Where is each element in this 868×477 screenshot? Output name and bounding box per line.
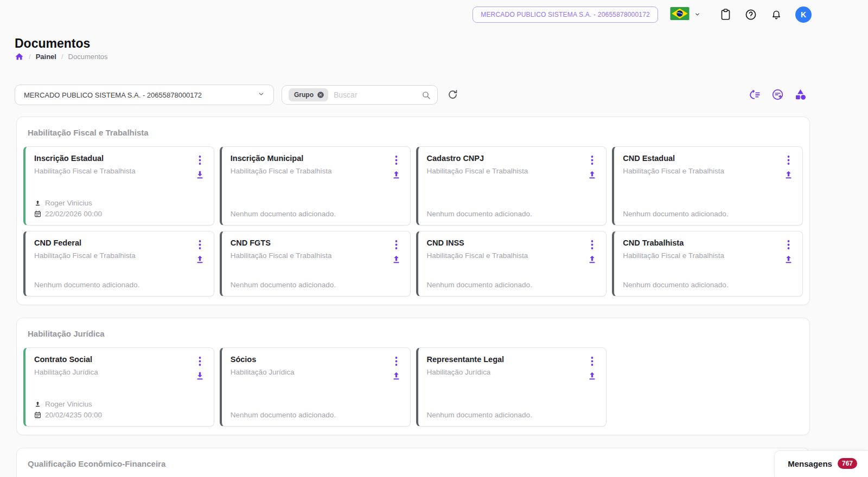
search-input[interactable] bbox=[333, 90, 422, 100]
kebab-menu-button[interactable] bbox=[196, 155, 204, 165]
breadcrumb-current: Documentos bbox=[68, 53, 108, 61]
active-company-label: MERCADO PUBLICO SISTEMA S.A. - 206558780… bbox=[481, 11, 650, 18]
empty-state-text: Nenhum documento adicionado. bbox=[623, 210, 794, 218]
language-selector[interactable] bbox=[670, 7, 700, 22]
breadcrumb: / Painel / Documentos bbox=[15, 52, 108, 61]
breadcrumb-separator: / bbox=[61, 53, 63, 61]
card-category: Habilitação Fiscal e Trabalhista bbox=[427, 167, 528, 175]
card-category: Habilitação Fiscal e Trabalhista bbox=[623, 167, 724, 175]
kebab-menu-button[interactable] bbox=[392, 240, 400, 250]
kebab-menu-button[interactable] bbox=[588, 356, 596, 366]
notifications-button[interactable] bbox=[769, 9, 783, 21]
document-card: Cadastro CNPJHabilitação Fiscal e Trabal… bbox=[416, 146, 607, 225]
kebab-menu-button[interactable] bbox=[392, 356, 400, 366]
section-title: Qualificação Econômico-Financeira bbox=[28, 459, 799, 468]
document-card: CND FederalHabilitação Fiscal e Trabalhi… bbox=[23, 231, 214, 296]
card-footer: Roger Vinicius22/02/2026 00:00 bbox=[34, 199, 205, 218]
upload-document-button[interactable] bbox=[391, 254, 401, 265]
card-actions bbox=[195, 155, 205, 180]
help-button[interactable] bbox=[744, 9, 758, 21]
download-document-button[interactable] bbox=[195, 371, 205, 381]
clipboard-icon bbox=[720, 8, 731, 21]
section-title: Habilitação Fiscal e Trabalhista bbox=[28, 128, 799, 137]
section-title: Habilitação Jurídica bbox=[28, 329, 799, 338]
playlist-add-circle-button[interactable] bbox=[771, 88, 784, 101]
empty-state-text: Nenhum documento adicionado. bbox=[231, 281, 401, 289]
kebab-icon bbox=[784, 159, 793, 167]
company-select-value: MERCADO PUBLICO SISTEMA S.A. - 206558780… bbox=[24, 91, 202, 99]
clipboard-button[interactable] bbox=[718, 8, 732, 21]
playlist-restore-button[interactable] bbox=[749, 89, 761, 100]
chevron-down-icon bbox=[258, 91, 265, 99]
section-container: Habilitação JurídicaContrato SocialHabil… bbox=[16, 318, 810, 435]
chevron-down-icon bbox=[694, 10, 700, 20]
document-card: CND FGTSHabilitação Fiscal e Trabalhista… bbox=[220, 231, 411, 296]
download-document-button[interactable] bbox=[195, 170, 205, 180]
calendar-icon bbox=[34, 411, 41, 418]
upload-icon bbox=[391, 258, 401, 266]
section-container: Qualificação Econômico-Financeira bbox=[16, 448, 810, 477]
remove-chip-button[interactable] bbox=[317, 91, 324, 99]
document-card: Inscrição MunicipalHabilitação Fiscal e … bbox=[220, 146, 411, 225]
document-card: SóciosHabilitação JurídicaNenhum documen… bbox=[220, 347, 411, 427]
card-actions bbox=[391, 356, 401, 381]
page-title: Documentos bbox=[15, 36, 90, 51]
search-box[interactable]: Grupo bbox=[282, 85, 438, 105]
card-actions bbox=[587, 356, 597, 381]
kebab-menu-button[interactable] bbox=[784, 240, 793, 250]
kebab-menu-button[interactable] bbox=[784, 155, 793, 165]
document-card: Contrato SocialHabilitação JurídicaRoger… bbox=[23, 347, 214, 427]
upload-document-button[interactable] bbox=[391, 371, 401, 381]
upload-document-button[interactable] bbox=[587, 254, 597, 265]
upload-document-button[interactable] bbox=[391, 170, 401, 180]
upload-icon bbox=[391, 173, 401, 182]
kebab-icon bbox=[588, 159, 596, 167]
card-title: CND Trabalhista bbox=[623, 238, 724, 247]
upload-document-button[interactable] bbox=[783, 170, 794, 180]
upload-date: 20/02/4235 00:00 bbox=[45, 411, 102, 419]
home-icon[interactable] bbox=[15, 52, 24, 61]
active-company-badge[interactable]: MERCADO PUBLICO SISTEMA S.A. - 206558780… bbox=[473, 7, 658, 23]
uploader-icon bbox=[34, 199, 41, 207]
document-sections: Habilitação Fiscal e TrabalhistaInscriçã… bbox=[16, 117, 810, 477]
card-title: Contrato Social bbox=[34, 355, 98, 364]
kebab-menu-button[interactable] bbox=[588, 240, 596, 250]
upload-document-button[interactable] bbox=[195, 254, 205, 265]
user-avatar[interactable]: K bbox=[795, 7, 812, 23]
upload-icon bbox=[587, 375, 597, 383]
company-select[interactable]: MERCADO PUBLICO SISTEMA S.A. - 206558780… bbox=[15, 85, 274, 105]
messages-label: Mensagens bbox=[788, 459, 832, 468]
empty-state-text: Nenhum documento adicionado. bbox=[231, 210, 401, 218]
card-actions bbox=[391, 155, 401, 180]
empty-state-text: Nenhum documento adicionado. bbox=[427, 281, 598, 289]
upload-document-button[interactable] bbox=[587, 371, 597, 381]
card-category: Habilitação Jurídica bbox=[427, 368, 505, 376]
card-category: Habilitação Jurídica bbox=[34, 368, 98, 376]
kebab-menu-button[interactable] bbox=[588, 155, 596, 165]
card-actions bbox=[783, 240, 794, 265]
category-shapes-button[interactable] bbox=[794, 88, 807, 101]
kebab-menu-button[interactable] bbox=[196, 240, 204, 250]
card-title: CND INSS bbox=[427, 238, 528, 247]
card-category: Habilitação Fiscal e Trabalhista bbox=[427, 252, 528, 260]
upload-document-button[interactable] bbox=[783, 254, 794, 265]
kebab-menu-button[interactable] bbox=[392, 155, 400, 165]
messages-widget[interactable]: Mensagens 767 bbox=[774, 450, 868, 477]
refresh-button[interactable] bbox=[447, 89, 458, 100]
card-category: Habilitação Fiscal e Trabalhista bbox=[623, 252, 724, 260]
upload-document-button[interactable] bbox=[587, 170, 597, 180]
breadcrumb-painel[interactable]: Painel bbox=[36, 53, 56, 61]
upload-icon bbox=[587, 173, 597, 182]
kebab-icon bbox=[392, 360, 400, 368]
category-shapes-icon bbox=[794, 94, 807, 102]
card-category: Habilitação Fiscal e Trabalhista bbox=[34, 252, 136, 260]
kebab-menu-button[interactable] bbox=[196, 356, 204, 366]
uploader-name: Roger Vinicius bbox=[45, 199, 92, 207]
search-icon bbox=[422, 91, 431, 100]
card-actions bbox=[391, 240, 401, 265]
card-title: CND Federal bbox=[34, 238, 136, 247]
upload-icon bbox=[195, 258, 205, 266]
card-actions bbox=[587, 155, 597, 180]
upload-icon bbox=[587, 258, 597, 266]
card-title: Representante Legal bbox=[427, 355, 505, 364]
